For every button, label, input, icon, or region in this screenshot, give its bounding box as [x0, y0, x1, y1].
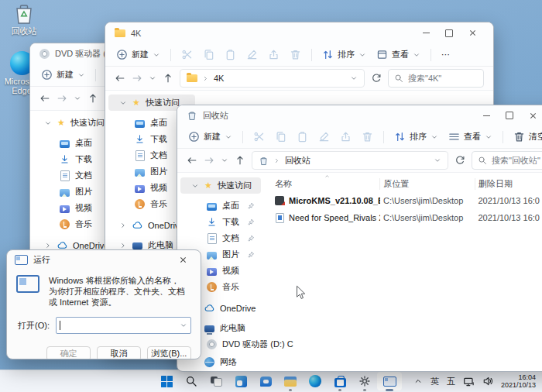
chat-button[interactable]	[253, 370, 278, 392]
back-icon[interactable]	[39, 93, 50, 104]
forward-icon[interactable]	[204, 155, 214, 166]
paste-icon[interactable]	[297, 131, 308, 143]
network-icon[interactable]	[463, 376, 475, 387]
text-caret	[60, 321, 60, 330]
new-button[interactable]: 新建	[41, 69, 85, 81]
open-combobox[interactable]	[56, 317, 191, 334]
up-icon[interactable]	[163, 73, 173, 84]
history-chevron-icon[interactable]	[74, 95, 81, 102]
column-header-location[interactable]: 原位置	[379, 178, 475, 190]
pictures-icon	[60, 189, 70, 197]
minimize-button[interactable]	[475, 106, 498, 125]
start-button[interactable]	[154, 370, 179, 392]
task-view-button[interactable]	[204, 370, 228, 392]
view-button[interactable]: 查看	[448, 131, 492, 143]
new-button[interactable]: 新建	[188, 131, 232, 143]
desktop-icon-recycle-bin[interactable]: 回收站	[0, 3, 48, 36]
widgets-button[interactable]	[228, 370, 253, 392]
star-icon: ★	[204, 181, 212, 191]
close-button[interactable]	[461, 24, 484, 43]
search-box[interactable]: 搜索"回收站"	[472, 151, 542, 170]
file-row[interactable]: MicroKMS_v21.10.08_Beta C:\Users\jim\Des…	[272, 193, 542, 208]
ime-mode-indicator[interactable]: 五	[447, 376, 455, 387]
sidebar-item-desktop[interactable]: 桌面	[180, 198, 261, 214]
paste-icon[interactable]	[225, 49, 236, 60]
music-icon	[207, 282, 217, 292]
maximize-button[interactable]	[498, 106, 521, 125]
desktop-folder-icon	[135, 120, 145, 128]
cut-icon[interactable]	[181, 49, 193, 60]
refresh-icon[interactable]	[371, 73, 382, 84]
more-button[interactable]: ⋯	[441, 50, 450, 60]
clock[interactable]: 16:04 2021/10/13	[501, 373, 539, 389]
run-icon-large	[16, 275, 39, 293]
search-box[interactable]: 搜索"4K"	[388, 69, 484, 88]
back-icon[interactable]	[115, 73, 125, 84]
forward-icon[interactable]	[132, 73, 142, 84]
new-button[interactable]: 新建	[116, 49, 160, 60]
view-button[interactable]: 查看	[376, 49, 420, 60]
search-button[interactable]	[179, 370, 204, 392]
ime-language-indicator[interactable]: 英	[431, 376, 439, 387]
edge-button[interactable]	[303, 370, 328, 392]
run-taskbar-button[interactable]	[377, 372, 402, 390]
forward-icon[interactable]	[57, 93, 67, 104]
this-pc-icon	[204, 325, 214, 332]
titlebar[interactable]: 4K	[105, 22, 493, 43]
delete-icon[interactable]	[362, 131, 373, 143]
file-explorer-button[interactable]	[278, 370, 303, 392]
share-icon[interactable]	[340, 131, 352, 143]
copy-icon[interactable]	[203, 49, 214, 60]
empty-recycle-bin-button[interactable]: 清空回收站	[513, 131, 542, 143]
file-list-header: 名称 原位置 删除日期	[272, 176, 542, 191]
address-chevron-icon[interactable]	[434, 156, 441, 164]
ok-button[interactable]: 确定	[46, 346, 91, 359]
navigation-bar: 4K 搜索"4K"	[105, 67, 493, 91]
rename-icon[interactable]	[246, 49, 258, 60]
file-list: 名称 原位置 删除日期 MicroKMS_v21.10.08_Beta C:\U…	[264, 173, 542, 371]
up-icon[interactable]	[87, 93, 98, 104]
address-chevron-icon[interactable]	[350, 74, 358, 82]
chevron-up-icon	[413, 377, 423, 386]
history-chevron-icon[interactable]	[149, 74, 156, 82]
cut-icon[interactable]	[253, 131, 265, 143]
up-icon[interactable]	[235, 155, 245, 166]
dvd-drive-icon	[207, 339, 217, 349]
maximize-button[interactable]	[437, 24, 461, 43]
close-button[interactable]	[173, 251, 193, 268]
plus-circle-icon	[41, 69, 53, 81]
copy-icon[interactable]	[275, 131, 286, 143]
search-icon	[185, 375, 197, 387]
run-window-icon	[383, 377, 396, 387]
settings-button[interactable]	[352, 370, 377, 392]
minimize-button[interactable]	[414, 24, 437, 43]
sidebar-item-quick-access[interactable]: ★ 快速访问	[180, 177, 261, 194]
chevron-down-icon[interactable]	[180, 322, 187, 329]
address-bar[interactable]: 4K	[180, 69, 365, 88]
back-icon[interactable]	[187, 155, 197, 166]
cancel-button[interactable]: 取消	[97, 346, 141, 359]
titlebar[interactable]: 回收站	[177, 105, 542, 126]
sidebar-item-documents[interactable]: 文档	[180, 230, 261, 246]
address-bar[interactable]: 回收站	[252, 151, 448, 170]
star-icon: ★	[57, 118, 65, 128]
sort-button[interactable]: 排序	[394, 131, 438, 143]
column-header-name[interactable]: 名称	[272, 178, 379, 190]
hidden-icons-button[interactable]	[413, 377, 423, 386]
history-chevron-icon[interactable]	[221, 156, 228, 164]
titlebar[interactable]: 运行	[7, 250, 201, 269]
share-icon[interactable]	[268, 49, 280, 60]
file-row[interactable]: Need for Speed_Rivals 2021_10... C:\User…	[272, 210, 542, 225]
delete-icon[interactable]	[290, 49, 301, 60]
volume-icon[interactable]	[482, 376, 493, 387]
sort-button[interactable]: 排序	[322, 49, 366, 60]
column-header-date-deleted[interactable]: 删除日期	[475, 178, 542, 190]
rename-icon[interactable]	[318, 131, 330, 143]
chevron-right-icon	[119, 222, 127, 229]
refresh-icon[interactable]	[455, 155, 465, 166]
pictures-icon	[135, 169, 145, 177]
browse-button[interactable]: 浏览(B)...	[147, 346, 191, 359]
sidebar-item-downloads[interactable]: 下载	[180, 214, 261, 230]
close-button[interactable]	[521, 106, 542, 125]
store-button[interactable]	[328, 370, 352, 392]
